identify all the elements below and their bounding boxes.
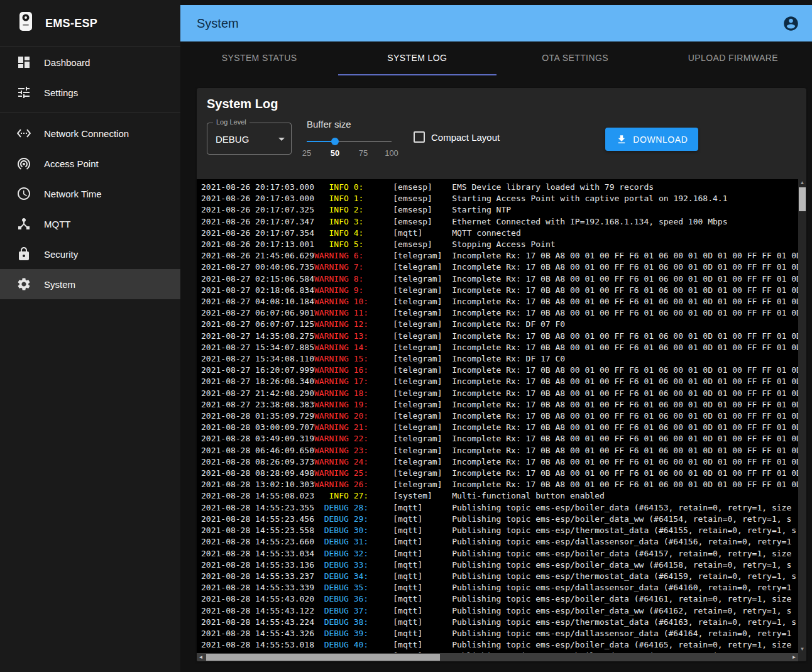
log-line: 2021-08-28 14:55:23.456 DEBUG 29: [mqtt]…: [201, 514, 806, 525]
wifi-tethering-icon: [16, 156, 31, 171]
system-log-card: System Log Log Level DEBUG Buffer size: [197, 88, 806, 661]
log-line: 2021-08-28 14:55:23.558 DEBUG 30: [mqtt]…: [201, 525, 806, 536]
tab-upload-firmware[interactable]: UPLOAD FIRMWARE: [654, 41, 812, 75]
log-line: 2021-08-27 21:42:08.290WARNING 18: [tele…: [201, 388, 806, 399]
tab-system-log[interactable]: SYSTEM LOG: [338, 41, 496, 75]
sidebar-item-access-point[interactable]: Access Point: [0, 148, 180, 179]
log-line: 2021-08-28 06:46:09.650WARNING 23: [tele…: [201, 445, 806, 456]
horizontal-scroll-thumb[interactable]: [206, 654, 440, 661]
sidebar-nav: DashboardSettingsNetwork ConnectionAcces…: [0, 47, 180, 299]
sidebar-item-label: Access Point: [44, 158, 99, 169]
compact-layout-label: Compact Layout: [431, 132, 500, 143]
log-line: 2021-08-26 20:17:07.325 INFO 2: [emsesp]…: [201, 204, 806, 216]
dashboard-icon: [16, 55, 31, 70]
log-line: 2021-08-27 18:26:08.340WARNING 17: [tele…: [201, 376, 806, 387]
buffer-size-slider[interactable]: [307, 137, 392, 146]
log-line: 2021-08-28 03:49:09.319WARNING 22: [tele…: [201, 433, 806, 444]
tune-icon: [16, 85, 31, 100]
log-line: 2021-08-26 20:17:07.347 INFO 3: [emsesp]…: [201, 216, 806, 228]
tab-ota-settings[interactable]: OTA SETTINGS: [497, 41, 654, 75]
log-line: 2021-08-28 08:28:09.498WARNING 25: [tele…: [201, 468, 806, 479]
divider: [0, 113, 180, 113]
vertical-scrollbar[interactable]: ▲ ▼: [798, 179, 806, 653]
tab-bar: SYSTEM STATUSSYSTEM LOGOTA SETTINGSUPLOA…: [180, 41, 812, 75]
download-button[interactable]: DOWNLOAD: [605, 128, 698, 151]
log-level-value: DEBUG: [216, 133, 249, 144]
vertical-scroll-thumb[interactable]: [799, 187, 806, 211]
content: System Log Log Level DEBUG Buffer size: [180, 75, 812, 672]
log-line: 2021-08-28 08:26:09.373WARNING 24: [tele…: [201, 456, 806, 468]
log-line: 2021-08-27 16:20:07.999WARNING 16: [tele…: [201, 365, 806, 376]
sidebar-item-network-connection[interactable]: Network Connection: [0, 118, 180, 148]
sidebar-item-label: Dashboard: [44, 57, 90, 68]
log-line: 2021-08-28 14:55:33.339 DEBUG 35: [mqtt]…: [201, 582, 806, 593]
gear-icon: [16, 277, 31, 292]
tab-system-status[interactable]: SYSTEM STATUS: [180, 41, 338, 75]
slider-mark-75[interactable]: 75: [359, 148, 368, 158]
compact-layout-checkbox[interactable]: Compact Layout: [414, 131, 500, 143]
page-title: System: [197, 16, 782, 31]
log-line: 2021-08-28 14:55:08.023 INFO 27: [system…: [201, 490, 806, 502]
ethernet-icon: [16, 126, 31, 141]
account-circle-icon[interactable]: [782, 15, 799, 32]
app-header: EMS-ESP: [0, 0, 180, 47]
clock-icon: [16, 186, 31, 201]
slider-mark-100[interactable]: 100: [385, 148, 398, 158]
slider-thumb[interactable]: [331, 138, 339, 145]
app-logo-icon: [18, 11, 34, 36]
log-line: 2021-08-27 06:07:07.125WARNING 12: [tele…: [201, 319, 806, 330]
sidebar: EMS-ESP DashboardSettingsNetwork Connect…: [0, 0, 180, 672]
log-console[interactable]: 2021-08-26 20:17:03.000 INFO 0: [emsesp]…: [197, 179, 806, 661]
log-line: 2021-08-27 04:08:10.184WARNING 10: [tele…: [201, 296, 806, 307]
device-hub-icon: [16, 216, 31, 231]
appbar: System: [180, 5, 812, 41]
main-area: System SYSTEM STATUSSYSTEM LOGOTA SETTIN…: [180, 0, 812, 672]
scroll-down-icon[interactable]: ▼: [798, 646, 806, 653]
app-title: EMS-ESP: [45, 17, 97, 30]
scroll-right-icon[interactable]: ►: [790, 653, 798, 661]
log-lines: 2021-08-26 20:17:03.000 INFO 0: [emsesp]…: [197, 179, 806, 661]
buffer-size-group: Buffer size 255075100: [307, 119, 396, 160]
buffer-size-label: Buffer size: [307, 119, 396, 129]
log-line: 2021-08-27 06:07:06.901WARNING 11: [tele…: [201, 307, 806, 319]
chevron-down-icon: [278, 138, 285, 141]
log-line: 2021-08-26 20:17:07.354 INFO 4: [mqtt] M…: [201, 228, 806, 239]
log-line: 2021-08-28 14:55:23.355 DEBUG 28: [mqtt]…: [201, 502, 806, 514]
checkbox-box-icon: [414, 131, 425, 143]
log-line: 2021-08-28 14:55:33.136 DEBUG 33: [mqtt]…: [201, 559, 806, 571]
log-line: 2021-08-26 20:17:13.001 INFO 5: [emsesp]…: [201, 239, 806, 250]
sidebar-item-system[interactable]: System: [0, 269, 180, 299]
scroll-left-icon[interactable]: ◄: [197, 653, 205, 661]
sidebar-item-label: MQTT: [44, 219, 71, 229]
sidebar-item-label: Settings: [44, 87, 78, 98]
sidebar-item-security[interactable]: Security: [0, 239, 180, 269]
sidebar-item-mqtt[interactable]: MQTT: [0, 209, 180, 239]
log-line: 2021-08-28 14:55:33.237 DEBUG 34: [mqtt]…: [201, 571, 806, 582]
sidebar-item-network-time[interactable]: Network Time: [0, 179, 180, 209]
sidebar-item-settings[interactable]: Settings: [0, 77, 180, 107]
horizontal-scrollbar[interactable]: ◄ ►: [197, 653, 798, 661]
log-line: 2021-08-28 03:00:09.707WARNING 21: [tele…: [201, 422, 806, 433]
log-line: 2021-08-28 13:02:10.303WARNING 26: [tele…: [201, 479, 806, 490]
log-line: 2021-08-28 14:55:43.224 DEBUG 38: [mqtt]…: [201, 617, 806, 628]
log-line: 2021-08-28 14:55:43.326 DEBUG 39: [mqtt]…: [201, 628, 806, 639]
log-level-label: Log Level: [213, 118, 250, 126]
scroll-up-icon[interactable]: ▲: [798, 179, 806, 187]
log-line: 2021-08-27 00:40:06.735WARNING 7: [teleg…: [201, 262, 806, 273]
sidebar-item-label: Network Time: [44, 189, 102, 199]
sidebar-item-label: System: [44, 279, 75, 290]
sidebar-item-label: Security: [44, 249, 78, 260]
log-level-select[interactable]: Log Level DEBUG: [207, 123, 292, 155]
sidebar-item-dashboard[interactable]: Dashboard: [0, 47, 180, 77]
log-line: 2021-08-26 20:17:03.000 INFO 0: [emsesp]…: [201, 182, 806, 193]
slider-mark-50[interactable]: 50: [331, 148, 339, 158]
lock-icon: [16, 246, 31, 262]
log-line: 2021-08-28 01:35:09.729WARNING 20: [tele…: [201, 410, 806, 422]
sidebar-item-label: Network Connection: [44, 128, 129, 139]
log-line: 2021-08-27 23:38:08.383WARNING 19: [tele…: [201, 399, 806, 410]
log-line: 2021-08-28 14:55:43.020 DEBUG 36: [mqtt]…: [201, 593, 806, 605]
log-line: 2021-08-27 14:35:08.275WARNING 13: [tele…: [201, 331, 806, 342]
slider-mark-25[interactable]: 25: [302, 148, 311, 158]
scrollbar-corner: [798, 653, 806, 661]
log-line: 2021-08-28 14:55:43.122 DEBUG 37: [mqtt]…: [201, 605, 806, 617]
